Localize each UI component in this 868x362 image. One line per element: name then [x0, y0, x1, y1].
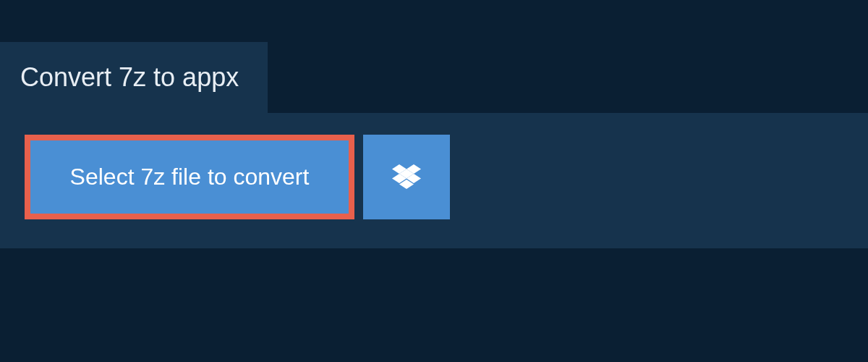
select-file-label: Select 7z file to convert: [70, 164, 310, 190]
dropbox-button[interactable]: [363, 135, 450, 219]
dropbox-icon: [392, 164, 421, 190]
page-title: Convert 7z to appx: [20, 62, 239, 93]
select-file-button[interactable]: Select 7z file to convert: [30, 140, 349, 214]
header-tab: Convert 7z to appx: [0, 42, 268, 113]
button-row: Select 7z file to convert: [25, 135, 843, 219]
select-button-highlight: Select 7z file to convert: [25, 135, 354, 219]
main-panel: Select 7z file to convert: [0, 113, 868, 248]
